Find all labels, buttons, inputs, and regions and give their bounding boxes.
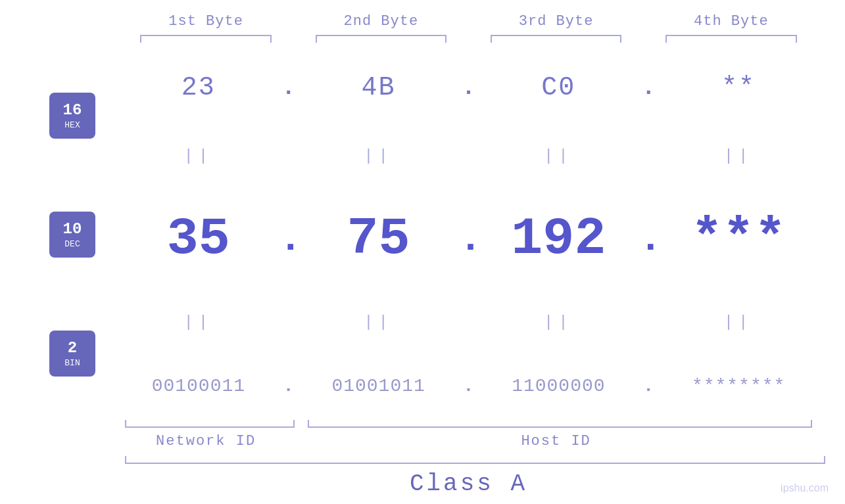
hex-base: 16 — [63, 101, 82, 119]
dec-dot-3: . — [639, 217, 658, 262]
content-area: 16 HEX 10 DEC 2 BIN 23 . 4B . C0 . ** — [26, 49, 819, 420]
dec-label: DEC — [64, 239, 80, 249]
hex-dot-2: . — [459, 75, 479, 101]
dec-dot-2: . — [459, 217, 479, 262]
class-label: Class A — [118, 470, 819, 497]
bracket-cell-4 — [644, 35, 819, 43]
byte-labels-row: 1st Byte 2nd Byte 3rd Byte 4th Byte — [26, 13, 819, 30]
dec-badge: 10 DEC — [49, 212, 95, 258]
equals-2-3: || — [479, 313, 639, 331]
host-id-label: Host ID — [293, 433, 819, 449]
rows-column: 23 . 4B . C0 . ** || || || || 35 — [118, 49, 819, 420]
equals-row-1: || || || || — [118, 147, 819, 165]
bin-value-1: 00100011 — [118, 376, 279, 396]
equals-2-2: || — [299, 313, 459, 331]
byte-label-2: 2nd Byte — [293, 13, 468, 30]
bottom-bracket-row — [118, 420, 819, 428]
top-bracket-1 — [140, 35, 272, 43]
equals-1-4: || — [658, 147, 819, 165]
hex-row: 23 . 4B . C0 . ** — [118, 70, 819, 106]
hex-badge: 16 HEX — [49, 93, 95, 139]
dec-base: 10 — [63, 220, 82, 238]
dec-dot-1: . — [279, 217, 299, 262]
bottom-section: Network ID Host ID — [26, 420, 819, 449]
bin-row: 00100011 . 01001011 . 11000000 . *******… — [118, 373, 819, 400]
equals-1-2: || — [299, 147, 459, 165]
dec-value-4: *** — [658, 209, 819, 269]
byte-label-4: 4th Byte — [644, 13, 819, 30]
network-id-bracket — [125, 420, 295, 428]
dec-row: 35 . 75 . 192 . *** — [118, 206, 819, 272]
badges-column: 16 HEX 10 DEC 2 BIN — [26, 49, 118, 420]
equals-row-2: || || || || — [118, 313, 819, 331]
equals-2-4: || — [658, 313, 819, 331]
bin-value-3: 11000000 — [479, 376, 639, 396]
byte-label-1: 1st Byte — [118, 13, 293, 30]
class-bracket — [125, 456, 825, 464]
equals-1-1: || — [118, 147, 279, 165]
dec-value-3: 192 — [479, 209, 639, 269]
bin-dot-1: . — [279, 376, 299, 396]
byte-label-3: 3rd Byte — [469, 13, 644, 30]
bin-value-2: 01001011 — [299, 376, 459, 396]
bin-dot-3: . — [639, 376, 658, 396]
bracket-cell-2 — [293, 35, 468, 43]
hex-dot-1: . — [279, 75, 299, 101]
main-container: 1st Byte 2nd Byte 3rd Byte 4th Byte 16 H… — [0, 0, 845, 504]
bin-badge: 2 BIN — [49, 331, 95, 377]
bin-dot-2: . — [459, 376, 479, 396]
host-id-bracket — [308, 420, 812, 428]
top-bracket-3 — [491, 35, 622, 43]
equals-2-1: || — [118, 313, 279, 331]
hex-dot-3: . — [639, 75, 658, 101]
hex-label: HEX — [64, 120, 80, 130]
class-section: Class A — [26, 456, 819, 497]
bin-label: BIN — [64, 358, 80, 368]
bottom-labels-row: Network ID Host ID — [118, 433, 819, 449]
bin-value-4: ******** — [658, 376, 819, 396]
bin-base: 2 — [68, 339, 77, 357]
bracket-cell-3 — [469, 35, 644, 43]
bracket-cell-1 — [118, 35, 293, 43]
top-bracket-row — [26, 35, 819, 43]
hex-value-3: C0 — [479, 73, 639, 103]
hex-value-4: ** — [658, 73, 819, 103]
top-bracket-2 — [316, 35, 447, 43]
hex-value-1: 23 — [118, 73, 279, 103]
hex-value-2: 4B — [299, 73, 459, 103]
equals-1-3: || — [479, 147, 639, 165]
watermark: ipshu.com — [781, 482, 829, 494]
dec-value-1: 35 — [118, 209, 279, 269]
dec-value-2: 75 — [299, 209, 459, 269]
top-bracket-4 — [665, 35, 797, 43]
network-id-label: Network ID — [118, 433, 293, 449]
